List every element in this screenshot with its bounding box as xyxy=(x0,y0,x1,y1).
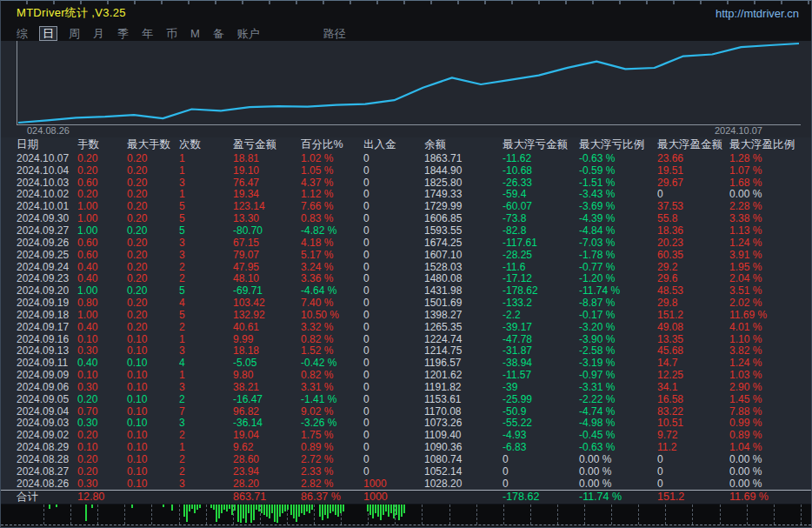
cell-max-float-loss-pct: -7.03 % xyxy=(579,237,657,248)
table-row[interactable]: 2024.09.181.000.205132.9210.50 %01398.27… xyxy=(1,309,811,321)
vendor-url-link[interactable]: http://mtdriver.cn xyxy=(715,7,799,20)
trade-bar xyxy=(388,505,389,517)
column-header-max-float-loss[interactable]: 最大浮亏金额 xyxy=(503,139,579,150)
table-row[interactable]: 2024.09.130.300.10318.181.52 %01214.75-3… xyxy=(1,345,811,358)
cell-max-float-loss-pct: -3.20 % xyxy=(579,322,657,332)
table-row[interactable]: 2024.10.040.200.20119.101.05 %01844.90-1… xyxy=(1,164,811,177)
cell-in-out: 1000 xyxy=(363,478,424,489)
menu-item-2[interactable]: 日 xyxy=(39,26,57,41)
column-header-max-float-profit[interactable]: 最大浮盈金额 xyxy=(657,139,729,150)
trade-bar xyxy=(231,505,233,515)
cell-max-float-profit: 23.66 xyxy=(657,153,729,164)
cell-in-out: 0 xyxy=(363,406,424,417)
table-row[interactable]: 2024.09.110.400.104-5.05-0.42 %01196.57-… xyxy=(1,357,811,369)
menu-item-6[interactable]: 年 xyxy=(140,27,155,40)
cell-max-lots: 0.20 xyxy=(127,153,179,164)
trade-bar xyxy=(396,505,397,515)
column-header-pnl[interactable]: 盈亏金额 xyxy=(233,139,301,150)
menu-item-5[interactable]: 季 xyxy=(116,27,130,40)
cell-lots: 1.00 xyxy=(77,285,127,296)
table-row[interactable]: 2024.09.260.600.20367.154.18 %01674.25-1… xyxy=(1,237,811,249)
table-row[interactable]: 2024.09.030.300.103-36.14-3.26 %01073.26… xyxy=(1,418,811,430)
table-row[interactable]: 2024.09.271.000.205-80.70-4.82 %01593.55… xyxy=(1,224,811,237)
column-header-max-float-loss-pct[interactable]: 最大浮亏比例 xyxy=(579,139,657,150)
table-row[interactable]: 2024.09.020.200.10219.041.75 %01109.40-4… xyxy=(1,429,811,441)
column-header-max-float-profit-pct[interactable]: 最大浮盈比例 xyxy=(729,139,811,150)
menu-item-10[interactable]: 账户 xyxy=(236,27,262,40)
trade-bar xyxy=(340,505,342,513)
cell-pnl: 9.62 xyxy=(233,442,301,452)
table-row[interactable]: 2024.09.160.100.1019.990.82 %01224.74-47… xyxy=(1,333,811,345)
table-row[interactable]: 2024.08.270.200.10223.942.33 %01052.1400… xyxy=(1,465,811,478)
table-row[interactable]: 2024.10.020.200.20119.341.12 %01749.33-5… xyxy=(1,189,811,201)
cell-max-float-loss: -17.12 xyxy=(503,273,579,284)
cell-pnl: 13.30 xyxy=(233,213,301,224)
equity-curve-svg xyxy=(1,41,812,125)
table-row[interactable]: 2024.08.280.200.10228.602.72 %01080.7400… xyxy=(1,453,811,465)
cell-max-float-loss: -39.17 xyxy=(503,322,579,332)
table-row[interactable]: 2024.09.240.400.20247.953.24 %01528.03-1… xyxy=(1,261,811,273)
menu-item-9[interactable]: 备 xyxy=(211,27,226,40)
table-row[interactable]: 2024.08.290.100.1019.620.89 %01090.36-6.… xyxy=(1,441,811,453)
cell-date: 2024.10.04 xyxy=(17,165,77,176)
table-row[interactable]: 2024.10.070.200.20118.811.02 %01863.71-1… xyxy=(1,152,811,164)
trade-bar xyxy=(343,505,344,511)
cell-balance: 1090.36 xyxy=(424,442,503,452)
table-row[interactable]: 2024.09.250.600.20379.075.17 %01607.10-2… xyxy=(1,249,811,261)
trade-bar xyxy=(240,505,242,523)
trade-bar xyxy=(274,505,276,522)
cell-balance: 1073.26 xyxy=(424,418,503,428)
table-row[interactable]: 2024.09.050.200.102-16.47-1.41 %01153.61… xyxy=(1,393,811,405)
cell-date: 2024.08.27 xyxy=(17,466,77,477)
table-row[interactable]: 2024.09.190.800.204103.427.40 %01501.69-… xyxy=(1,297,811,309)
table-row[interactable]: 2024.08.260.300.10328.202.82 %10001028.2… xyxy=(1,478,811,490)
bottom-gridline xyxy=(638,505,639,525)
cell-max-float-loss-pct: -0.77 % xyxy=(579,262,657,272)
table-row[interactable]: 2024.10.011.000.205123.147.66 %01729.99-… xyxy=(1,200,811,212)
cell-max-float-profit: 83.22 xyxy=(657,406,729,417)
cell-max-float-loss-pct: -4.98 % xyxy=(579,418,657,428)
menu-item-4[interactable]: 月 xyxy=(91,27,106,40)
column-header-lots[interactable]: 手数 xyxy=(77,139,127,150)
cell-lots: 1.00 xyxy=(77,225,127,236)
menu-item-path[interactable]: 路径 xyxy=(322,27,348,40)
column-header-max-lots[interactable]: 最大手数 xyxy=(127,139,179,150)
menu-item-1[interactable]: 综 xyxy=(15,27,30,40)
column-header-in-out[interactable]: 出入金 xyxy=(363,139,424,150)
trade-bar xyxy=(253,505,255,520)
trade-bar xyxy=(91,505,93,508)
table-row[interactable]: 2024.09.230.400.20248.103.36 %01480.08-1… xyxy=(1,272,811,284)
cell-max-float-profit-pct: 2.28 % xyxy=(729,201,811,211)
cell-pnl: 103.42 xyxy=(233,297,301,308)
cell-max-float-loss: -6.83 xyxy=(503,442,579,452)
table-row[interactable]: 2024.09.301.000.20513.300.83 %01606.85-7… xyxy=(1,212,811,224)
cell-max-float-loss-pct: -2.22 % xyxy=(579,394,657,404)
column-header-date[interactable]: 日期 xyxy=(17,139,77,150)
cell-in-out: 0 xyxy=(363,225,424,236)
table-row[interactable]: 2024.09.090.100.1019.800.82 %01201.62-11… xyxy=(1,369,811,381)
cell-in-out: 0 xyxy=(363,382,424,392)
trade-bar xyxy=(287,505,289,510)
cell-max-float-profit: 0 xyxy=(657,189,729,199)
cell-pnl: 9.99 xyxy=(233,334,301,344)
cell-times: 3 xyxy=(179,345,233,356)
cell-lots: 0.10 xyxy=(77,442,127,452)
trade-bar xyxy=(385,505,387,511)
menu-item-3[interactable]: 周 xyxy=(67,27,82,40)
cell-pct: -0.42 % xyxy=(301,358,363,368)
column-header-balance[interactable]: 余额 xyxy=(424,139,503,150)
table-row[interactable]: 2024.10.030.600.20376.474.37 %01825.80-2… xyxy=(1,177,811,189)
table-row[interactable]: 2024.09.040.700.10796.829.02 %01170.08-5… xyxy=(1,405,811,418)
cell-balance: 1265.35 xyxy=(424,322,503,332)
balance-line-chart[interactable] xyxy=(1,41,811,125)
menu-item-7[interactable]: 币 xyxy=(164,27,179,40)
table-row[interactable]: 2024.09.170.400.20240.613.32 %01265.35-3… xyxy=(1,321,811,333)
column-header-pct[interactable]: 百分比% xyxy=(301,139,363,150)
column-header-times[interactable]: 次数 xyxy=(179,139,233,150)
table-row[interactable]: 2024.09.201.000.205-69.71-4.64 %01431.98… xyxy=(1,284,811,297)
menu-item-8[interactable]: M xyxy=(189,27,202,40)
table-row[interactable]: 2024.09.060.300.10338.213.31 %01191.82-3… xyxy=(1,381,811,393)
cell-max-float-loss-pct: -3.31 % xyxy=(579,382,657,392)
cell-max-float-profit: 0 xyxy=(657,454,729,465)
cell-max-float-profit: 9.72 xyxy=(657,430,729,440)
